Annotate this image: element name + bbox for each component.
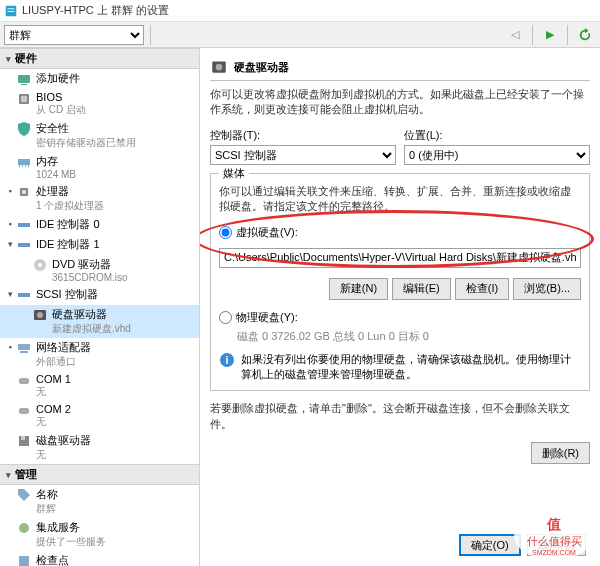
- physical-disk-info: 磁盘 0 3726.02 GB 总线 0 Lun 0 目标 0: [237, 329, 581, 344]
- sidebar-item-dvd[interactable]: DVD 驱动器3615CDROM.iso: [0, 255, 199, 285]
- svg-rect-26: [21, 436, 25, 440]
- svg-point-27: [19, 523, 29, 533]
- cpu-icon: [16, 184, 32, 200]
- physical-radio-row[interactable]: 物理硬盘(Y):: [219, 310, 581, 325]
- svg-text:i: i: [225, 354, 228, 366]
- sidebar-item-name[interactable]: 名称群辉: [0, 485, 199, 518]
- svg-point-17: [38, 263, 42, 267]
- location-label: 位置(L):: [404, 128, 590, 143]
- location-select[interactable]: 0 (使用中): [404, 145, 590, 165]
- vhd-radio-row[interactable]: 虚拟硬盘(V):: [219, 225, 581, 240]
- sidebar[interactable]: ▾ 硬件 添加硬件 BIOS从 CD 启动 安全性密钥存储驱动器已禁用 内存10…: [0, 48, 200, 566]
- vhd-radio-label: 虚拟硬盘(V):: [236, 225, 298, 240]
- toolbar: 群辉 ◁ ▶: [0, 22, 600, 48]
- sidebar-item-ide0[interactable]: ▪ IDE 控制器 0: [0, 215, 199, 235]
- svg-rect-1: [8, 8, 15, 9]
- port-icon: [16, 403, 32, 419]
- expand-icon[interactable]: ▪: [4, 217, 16, 229]
- remove-button[interactable]: 删除(R): [531, 442, 590, 464]
- management-section-header[interactable]: ▾ 管理: [0, 464, 199, 485]
- svg-rect-14: [18, 223, 30, 227]
- sidebar-item-processor[interactable]: ▪ 处理器1 个虚拟处理器: [0, 182, 199, 215]
- svg-rect-11: [28, 165, 29, 167]
- nav-back-button[interactable]: ◁: [506, 26, 524, 44]
- watermark: 值 什么值得买 SMZDM.COM: [514, 512, 594, 560]
- services-icon: [16, 520, 32, 536]
- svg-rect-3: [18, 75, 30, 83]
- svg-rect-9: [22, 165, 23, 167]
- content-panel: 硬盘驱动器 你可以更改将虚拟硬盘附加到虚拟机的方式。如果此磁盘上已经安装了一个操…: [200, 48, 600, 566]
- controller-select[interactable]: SCSI 控制器: [210, 145, 396, 165]
- media-description: 你可以通过编辑关联文件来压缩、转换、扩展、合并、重新连接或收缩虚拟硬盘。请指定该…: [219, 184, 581, 215]
- app-icon: [4, 4, 18, 18]
- sidebar-item-floppy[interactable]: 磁盘驱动器无: [0, 431, 199, 464]
- sidebar-item-hdd[interactable]: 硬盘驱动器新建虚拟硬盘.vhd: [0, 305, 199, 338]
- caret-down-icon: ▾: [6, 54, 11, 64]
- expand-icon[interactable]: ▪: [4, 340, 16, 352]
- panel-description: 你可以更改将虚拟硬盘附加到虚拟机的方式。如果此磁盘上已经安装了一个操作系统，则更…: [210, 87, 590, 118]
- svg-rect-13: [22, 190, 26, 194]
- hdd-icon: [210, 58, 228, 76]
- svg-rect-28: [19, 556, 29, 566]
- sidebar-item-security[interactable]: 安全性密钥存储驱动器已禁用: [0, 119, 199, 152]
- floppy-icon: [16, 433, 32, 449]
- sidebar-item-add-hardware[interactable]: 添加硬件: [0, 69, 199, 89]
- toolbar-divider: [150, 25, 151, 45]
- add-hardware-icon: [16, 71, 32, 87]
- network-icon: [16, 340, 32, 356]
- svg-rect-7: [18, 159, 30, 165]
- group-title: 媒体: [219, 166, 249, 181]
- new-button[interactable]: 新建(N): [329, 278, 388, 300]
- sidebar-item-com2[interactable]: COM 2无: [0, 401, 199, 431]
- sidebar-item-bios[interactable]: BIOS从 CD 启动: [0, 89, 199, 119]
- svg-rect-10: [25, 165, 26, 167]
- collapse-icon[interactable]: ▾: [4, 237, 16, 249]
- checkpoint-icon: [16, 553, 32, 566]
- svg-rect-21: [18, 344, 30, 350]
- caret-down-icon: ▾: [6, 470, 11, 480]
- sidebar-item-checkpoints[interactable]: 检查点生产: [0, 551, 199, 566]
- title-bar: LIUSPY-HTPC 上 群辉 的设置: [0, 0, 600, 22]
- vhd-radio[interactable]: [219, 226, 232, 239]
- sidebar-item-ide1[interactable]: ▾ IDE 控制器 1: [0, 235, 199, 255]
- svg-rect-6: [21, 96, 27, 102]
- svg-point-20: [37, 312, 43, 318]
- sidebar-item-integration[interactable]: 集成服务提供了一些服务: [0, 518, 199, 551]
- svg-rect-8: [19, 165, 20, 167]
- hardware-section-header[interactable]: ▾ 硬件: [0, 48, 199, 69]
- physical-radio[interactable]: [219, 311, 232, 324]
- expand-icon[interactable]: ▪: [4, 184, 16, 196]
- physical-note: 如果没有列出你要使用的物理硬盘，请确保该磁盘脱机。使用物理计算机上的磁盘管理来管…: [241, 352, 581, 383]
- vhd-path-input[interactable]: [219, 248, 581, 268]
- svg-rect-18: [18, 293, 30, 297]
- sidebar-item-scsi[interactable]: ▾ SCSI 控制器: [0, 285, 199, 305]
- vm-selector[interactable]: 群辉: [4, 25, 144, 45]
- sidebar-item-network[interactable]: ▪ 网络适配器外部通口: [0, 338, 199, 371]
- memory-icon: [16, 154, 32, 170]
- sidebar-item-memory[interactable]: 内存1024 MB: [0, 152, 199, 182]
- toolbar-divider: [567, 25, 568, 45]
- toolbar-divider: [532, 25, 533, 45]
- inspect-button[interactable]: 检查(I): [455, 278, 509, 300]
- controller-icon: [16, 217, 32, 233]
- collapse-icon[interactable]: ▾: [4, 287, 16, 299]
- nav-forward-button[interactable]: ▶: [541, 26, 559, 44]
- sidebar-item-com1[interactable]: COM 1无: [0, 371, 199, 401]
- tag-icon: [16, 487, 32, 503]
- svg-rect-22: [20, 351, 28, 353]
- refresh-button[interactable]: [576, 26, 594, 44]
- svg-rect-23: [19, 378, 29, 384]
- controller-icon: [16, 287, 32, 303]
- controller-icon: [16, 237, 32, 253]
- svg-rect-2: [8, 11, 15, 12]
- media-group: 媒体 你可以通过编辑关联文件来压缩、转换、扩展、合并、重新连接或收缩虚拟硬盘。请…: [210, 173, 590, 392]
- ok-button[interactable]: 确定(O): [459, 534, 521, 556]
- svg-rect-4: [21, 84, 27, 85]
- svg-rect-24: [19, 408, 29, 414]
- shield-icon: [16, 121, 32, 137]
- browse-button[interactable]: 浏览(B)...: [513, 278, 581, 300]
- panel-header: 硬盘驱动器: [210, 54, 590, 81]
- edit-button[interactable]: 编辑(E): [392, 278, 451, 300]
- panel-title: 硬盘驱动器: [234, 60, 289, 75]
- hdd-icon: [32, 307, 48, 323]
